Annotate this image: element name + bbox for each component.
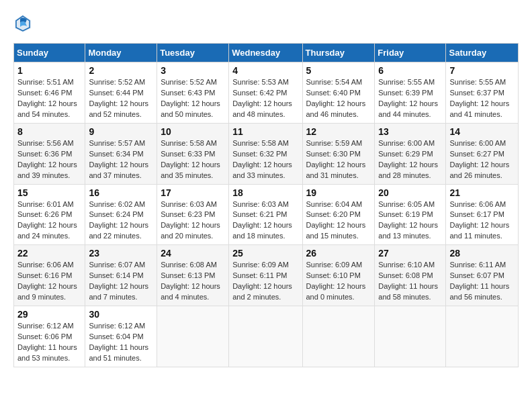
day-number: 8 xyxy=(17,126,81,137)
day-info: Sunrise: 5:51 AMSunset: 6:46 PMDaylight:… xyxy=(17,77,81,120)
day-number: 15 xyxy=(17,187,81,198)
day-number: 25 xyxy=(232,248,298,259)
calendar-cell xyxy=(302,306,375,367)
day-number: 6 xyxy=(378,65,442,76)
day-info: Sunrise: 5:55 AMSunset: 6:37 PMDaylight:… xyxy=(449,77,515,120)
calendar-cell: 5 Sunrise: 5:54 AMSunset: 6:40 PMDayligh… xyxy=(302,62,375,124)
day-number: 26 xyxy=(306,248,371,259)
day-number: 27 xyxy=(378,248,442,259)
calendar-cell: 12 Sunrise: 5:59 AMSunset: 6:30 PMDaylig… xyxy=(302,123,375,184)
calendar-cell: 14 Sunrise: 6:00 AMSunset: 6:27 PMDaylig… xyxy=(446,123,519,184)
calendar-cell: 28 Sunrise: 6:11 AMSunset: 6:07 PMDaylig… xyxy=(446,245,519,306)
day-info: Sunrise: 6:09 AMSunset: 6:10 PMDaylight:… xyxy=(306,260,371,303)
day-number: 14 xyxy=(449,126,515,137)
day-number: 13 xyxy=(378,126,442,137)
day-number: 16 xyxy=(89,187,153,198)
day-info: Sunrise: 5:55 AMSunset: 6:39 PMDaylight:… xyxy=(378,77,442,120)
day-number: 4 xyxy=(232,65,298,76)
day-number: 30 xyxy=(89,309,153,320)
day-number: 20 xyxy=(378,187,442,198)
col-header-monday: Monday xyxy=(85,44,157,62)
day-number: 3 xyxy=(161,65,225,76)
calendar-cell: 2 Sunrise: 5:52 AMSunset: 6:44 PMDayligh… xyxy=(85,62,157,124)
col-header-sunday: Sunday xyxy=(14,44,85,62)
calendar-row: 22 Sunrise: 6:06 AMSunset: 6:16 PMDaylig… xyxy=(14,245,519,306)
logo-icon xyxy=(13,13,32,32)
calendar-row: 8 Sunrise: 5:56 AMSunset: 6:36 PMDayligh… xyxy=(14,123,519,184)
col-header-wednesday: Wednesday xyxy=(229,44,302,62)
calendar-cell: 22 Sunrise: 6:06 AMSunset: 6:16 PMDaylig… xyxy=(14,245,85,306)
day-info: Sunrise: 6:00 AMSunset: 6:29 PMDaylight:… xyxy=(378,138,442,181)
day-info: Sunrise: 6:07 AMSunset: 6:14 PMDaylight:… xyxy=(89,260,153,303)
day-info: Sunrise: 5:59 AMSunset: 6:30 PMDaylight:… xyxy=(306,138,371,181)
day-number: 19 xyxy=(306,187,371,198)
calendar-cell: 6 Sunrise: 5:55 AMSunset: 6:39 PMDayligh… xyxy=(375,62,446,124)
day-info: Sunrise: 5:52 AMSunset: 6:44 PMDaylight:… xyxy=(89,77,153,120)
day-info: Sunrise: 6:00 AMSunset: 6:27 PMDaylight:… xyxy=(449,138,515,181)
day-number: 5 xyxy=(306,65,371,76)
day-info: Sunrise: 6:06 AMSunset: 6:17 PMDaylight:… xyxy=(449,199,515,242)
day-info: Sunrise: 6:03 AMSunset: 6:21 PMDaylight:… xyxy=(232,199,298,242)
day-number: 17 xyxy=(161,187,225,198)
day-number: 7 xyxy=(449,65,515,76)
calendar-cell: 17 Sunrise: 6:03 AMSunset: 6:23 PMDaylig… xyxy=(157,184,229,245)
day-info: Sunrise: 6:08 AMSunset: 6:13 PMDaylight:… xyxy=(161,260,225,303)
calendar-cell: 16 Sunrise: 6:02 AMSunset: 6:24 PMDaylig… xyxy=(85,184,157,245)
day-info: Sunrise: 6:04 AMSunset: 6:20 PMDaylight:… xyxy=(306,199,371,242)
calendar-cell: 4 Sunrise: 5:53 AMSunset: 6:42 PMDayligh… xyxy=(229,62,302,124)
calendar-cell: 26 Sunrise: 6:09 AMSunset: 6:10 PMDaylig… xyxy=(302,245,375,306)
calendar-cell: 13 Sunrise: 6:00 AMSunset: 6:29 PMDaylig… xyxy=(375,123,446,184)
day-info: Sunrise: 6:02 AMSunset: 6:24 PMDaylight:… xyxy=(89,199,153,242)
col-header-friday: Friday xyxy=(375,44,446,62)
day-number: 9 xyxy=(89,126,153,137)
day-info: Sunrise: 6:05 AMSunset: 6:19 PMDaylight:… xyxy=(378,199,442,242)
day-info: Sunrise: 5:58 AMSunset: 6:32 PMDaylight:… xyxy=(232,138,298,181)
day-number: 12 xyxy=(306,126,371,137)
calendar-table: SundayMondayTuesdayWednesdayThursdayFrid… xyxy=(13,43,519,367)
calendar-cell: 9 Sunrise: 5:57 AMSunset: 6:34 PMDayligh… xyxy=(85,123,157,184)
day-number: 18 xyxy=(232,187,298,198)
calendar-cell: 24 Sunrise: 6:08 AMSunset: 6:13 PMDaylig… xyxy=(157,245,229,306)
calendar-row: 15 Sunrise: 6:01 AMSunset: 6:26 PMDaylig… xyxy=(14,184,519,245)
day-number: 23 xyxy=(89,248,153,259)
day-info: Sunrise: 6:12 AMSunset: 6:06 PMDaylight:… xyxy=(17,321,81,364)
calendar-cell: 29 Sunrise: 6:12 AMSunset: 6:06 PMDaylig… xyxy=(14,306,85,367)
day-number: 11 xyxy=(232,126,298,137)
calendar-cell xyxy=(375,306,446,367)
day-info: Sunrise: 6:09 AMSunset: 6:11 PMDaylight:… xyxy=(232,260,298,303)
day-info: Sunrise: 5:52 AMSunset: 6:43 PMDaylight:… xyxy=(161,77,225,120)
calendar-cell: 19 Sunrise: 6:04 AMSunset: 6:20 PMDaylig… xyxy=(302,184,375,245)
day-number: 28 xyxy=(449,248,515,259)
col-header-tuesday: Tuesday xyxy=(157,44,229,62)
day-number: 21 xyxy=(449,187,515,198)
day-info: Sunrise: 5:57 AMSunset: 6:34 PMDaylight:… xyxy=(89,138,153,181)
day-info: Sunrise: 6:11 AMSunset: 6:07 PMDaylight:… xyxy=(449,260,515,303)
day-info: Sunrise: 5:53 AMSunset: 6:42 PMDaylight:… xyxy=(232,77,298,120)
day-number: 29 xyxy=(17,309,81,320)
calendar-cell: 11 Sunrise: 5:58 AMSunset: 6:32 PMDaylig… xyxy=(229,123,302,184)
col-header-thursday: Thursday xyxy=(302,44,375,62)
calendar-cell xyxy=(229,306,302,367)
calendar-cell: 21 Sunrise: 6:06 AMSunset: 6:17 PMDaylig… xyxy=(446,184,519,245)
day-info: Sunrise: 6:06 AMSunset: 6:16 PMDaylight:… xyxy=(17,260,81,303)
calendar-cell: 3 Sunrise: 5:52 AMSunset: 6:43 PMDayligh… xyxy=(157,62,229,124)
calendar-cell: 27 Sunrise: 6:10 AMSunset: 6:08 PMDaylig… xyxy=(375,245,446,306)
calendar-cell: 23 Sunrise: 6:07 AMSunset: 6:14 PMDaylig… xyxy=(85,245,157,306)
calendar-cell: 20 Sunrise: 6:05 AMSunset: 6:19 PMDaylig… xyxy=(375,184,446,245)
header-row: SundayMondayTuesdayWednesdayThursdayFrid… xyxy=(14,44,519,62)
page-header xyxy=(13,13,519,32)
calendar-cell: 8 Sunrise: 5:56 AMSunset: 6:36 PMDayligh… xyxy=(14,123,85,184)
calendar-cell: 30 Sunrise: 6:12 AMSunset: 6:04 PMDaylig… xyxy=(85,306,157,367)
calendar-cell: 25 Sunrise: 6:09 AMSunset: 6:11 PMDaylig… xyxy=(229,245,302,306)
day-info: Sunrise: 6:01 AMSunset: 6:26 PMDaylight:… xyxy=(17,199,81,242)
logo xyxy=(13,13,35,32)
day-number: 24 xyxy=(161,248,225,259)
day-number: 1 xyxy=(17,65,81,76)
calendar-cell: 7 Sunrise: 5:55 AMSunset: 6:37 PMDayligh… xyxy=(446,62,519,124)
calendar-cell: 15 Sunrise: 6:01 AMSunset: 6:26 PMDaylig… xyxy=(14,184,85,245)
day-number: 10 xyxy=(161,126,225,137)
calendar-row: 1 Sunrise: 5:51 AMSunset: 6:46 PMDayligh… xyxy=(14,62,519,124)
day-number: 2 xyxy=(89,65,153,76)
day-info: Sunrise: 6:03 AMSunset: 6:23 PMDaylight:… xyxy=(161,199,225,242)
day-info: Sunrise: 5:56 AMSunset: 6:36 PMDaylight:… xyxy=(17,138,81,181)
